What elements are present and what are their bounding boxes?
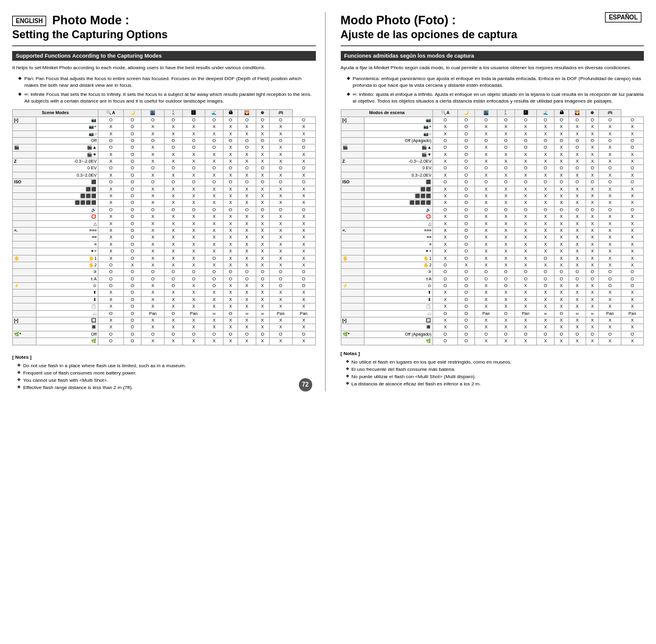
table-value-cell: O [537,206,555,213]
table-value-cell: X [621,248,644,255]
table-value-cell: X [537,200,555,206]
table-value-cell: X [433,234,458,241]
table-value-cell: X [497,130,515,137]
table-value-cell: X [554,193,569,200]
table-value-cell: O [123,290,141,296]
table-value-cell: X [223,262,237,268]
table-value-cell: X [292,200,315,206]
table-group-cell [341,234,364,241]
table-value-cell: O [497,137,515,144]
table-value-cell: ∞ [569,310,586,317]
table-value-cell: X [142,338,165,345]
table-sub-cell: 🖐1 [364,255,433,262]
table-value-cell: X [98,124,124,130]
table-value-cell: X [256,124,269,130]
table-value-cell: X [205,124,223,130]
table-value-cell: X [256,172,269,178]
table-value-cell: X [433,158,458,165]
table-value-cell: X [205,338,223,345]
table-value-cell: X [586,193,599,200]
table-value-cell: O [123,193,141,200]
table-value-cell: O [165,283,182,290]
table-value-cell: X [182,172,205,178]
table-value-cell: X [569,158,586,165]
table-value-cell: X [599,296,621,303]
table-group-cell [341,262,364,268]
table-value-cell: O [599,206,621,213]
table-sub-cell: 📋 [36,303,98,310]
table-value-cell: X [142,158,165,165]
table-sub-cell: -:- [36,310,98,317]
table-value-cell: X [238,296,256,303]
table-value-cell: X [497,262,515,268]
table-value-cell: X [98,296,124,303]
table-value-cell: X [182,227,205,234]
table-value-cell: O [621,137,644,144]
table-value-cell: O [457,234,475,241]
table-value-cell: X [514,186,537,192]
table-value-cell: X [497,172,515,178]
table-value-cell: X [475,290,497,296]
table-value-cell: O [98,117,124,123]
table-value-cell: O [457,283,475,290]
table-value-cell: X [537,186,555,192]
table-value-cell: O [98,179,124,186]
table-value-cell: O [599,276,621,282]
table-value-cell: X [123,262,141,268]
table-value-cell: X [599,144,621,151]
table-group-cell [341,296,364,303]
table-value-cell: X [497,158,515,165]
table-value-cell: X [497,324,515,331]
table-value-cell: O [182,144,205,151]
table-value-cell: ∞ [238,310,256,317]
table-value-cell: X [142,124,165,130]
table-value-cell: O [123,317,141,324]
table-sub-cell: 📷+ [36,124,98,130]
table-value-cell: X [569,324,586,331]
table-value-cell: O [586,276,599,282]
table-group-cell [13,193,36,200]
table-group-cell [13,186,36,192]
table-value-cell: O [123,172,141,178]
table-value-cell: X [238,234,256,241]
table-value-cell: X [182,241,205,248]
table-value-cell: O [586,269,599,276]
table-value-cell: X [98,200,124,206]
table-value-cell: O [256,179,269,186]
table-value-cell: O [537,276,555,282]
table-value-cell: X [98,193,124,200]
table-value-cell: O [256,276,269,282]
table-value-cell: X [182,158,205,165]
table-value-cell: X [433,200,458,206]
table-value-cell: O [165,137,182,144]
table-value-cell: X [475,200,497,206]
table-value-cell: O [205,276,223,282]
table-value-cell: O [475,137,497,144]
table-value-cell: X [142,234,165,241]
table-value-cell: X [223,241,237,248]
table-value-cell: X [256,158,269,165]
table-sub-cell: 🎬▼ [364,151,433,158]
table-value-cell: X [621,227,644,234]
table-sub-cell: ⬆ [36,290,98,296]
table-value-cell: X [586,317,599,324]
right-notes: [ Notas ] No utilice el flash en lugares… [341,350,644,388]
table-value-cell: O [537,144,555,151]
table-value-cell: O [433,338,458,345]
table-value-cell: X [205,186,223,192]
table-value-cell: O [256,331,269,337]
table-value-cell: X [569,303,586,310]
table-value-cell: O [98,144,124,151]
table-value-cell: X [569,220,586,227]
table-value-cell: X [223,193,237,200]
table-value-cell: O [182,137,205,144]
table-value-cell: X [554,144,569,151]
table-value-cell: O [123,200,141,206]
table-value-cell: X [256,248,269,255]
table-value-cell: X [554,303,569,310]
table-value-cell: X [514,283,537,290]
table-value-cell: O [142,179,165,186]
table-value-cell: X [599,151,621,158]
table-value-cell: X [292,124,315,130]
table-value-cell: X [98,255,124,262]
